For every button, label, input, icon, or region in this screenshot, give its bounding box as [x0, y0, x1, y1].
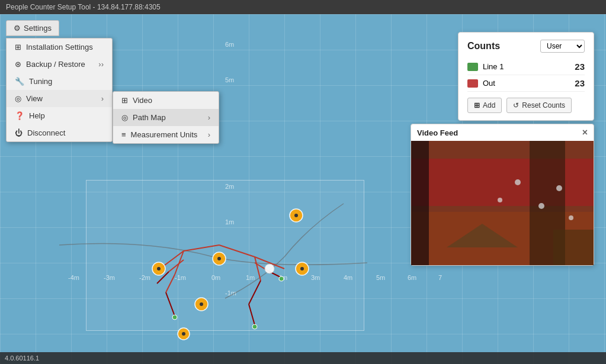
menu-item-disconnect[interactable]: ⏻ Disconnect: [7, 124, 112, 141]
line1-indicator: [467, 63, 478, 71]
gear-icon: [14, 24, 21, 33]
disconnect-icon: ⏻: [15, 128, 23, 137]
svg-rect-35: [411, 141, 429, 265]
menu-item-view[interactable]: ◎ View ›: [7, 90, 112, 107]
measure-icon: ≡: [121, 130, 126, 139]
video-feed-title: Video Feed: [417, 128, 458, 137]
install-icon: ⊞: [15, 43, 21, 51]
add-label: Add: [483, 101, 495, 109]
video-icon: ⊞: [121, 96, 128, 105]
backup-arrow: ›: [98, 60, 104, 69]
view-arrow: ›: [101, 94, 104, 103]
title-bar: People Counter Setup Tool - 134.84.177.8…: [0, 0, 606, 14]
svg-point-38: [569, 215, 573, 220]
view-submenu: ⊞ Video ◎ Path Map › ≡ Measurement Units…: [113, 91, 219, 144]
version-label: 4.0.60116.1: [5, 355, 39, 362]
main-area: 6m 5m 2m 1m -1m -4m -3m -2m -1m 0m 1m 2m…: [0, 14, 606, 364]
pathmap-label: Path Map: [133, 113, 166, 122]
video-header: Video Feed ×: [411, 124, 594, 141]
count-label-wrap-line1: Line 1: [467, 62, 575, 71]
aerial-svg: [411, 141, 594, 265]
disconnect-label: Disconnect: [27, 128, 65, 137]
measurement-label: Measurement Units: [131, 130, 198, 139]
grid-label-6m-x: 6m: [408, 274, 416, 281]
menu-item-tuning[interactable]: 🔧 Tuning: [7, 73, 112, 90]
out-indicator: [467, 79, 478, 88]
line1-value: 23: [575, 62, 585, 72]
view-label: View: [26, 94, 43, 103]
svg-point-37: [538, 203, 544, 209]
counts-panel: Counts User System Line 1 23 Out 23 ⊞ Ad: [458, 32, 594, 121]
measurement-arrow: ›: [208, 130, 210, 139]
video-label: Video: [133, 96, 152, 105]
count-label-wrap-out: Out: [467, 79, 575, 88]
submenu-item-pathmap[interactable]: ◎ Path Map ›: [113, 109, 219, 126]
menu-item-backup[interactable]: ⊛ Backup / Restore ›: [7, 56, 112, 73]
grid-label-5m-x: 5m: [376, 274, 385, 281]
out-value: 23: [575, 78, 585, 88]
menu-item-installation[interactable]: ⊞ Installation Settings: [7, 38, 112, 56]
settings-dropdown: ⊞ Installation Settings ⊛ Backup / Resto…: [6, 38, 113, 142]
reset-icon: ↺: [513, 101, 519, 109]
submenu-item-video[interactable]: ⊞ Video: [113, 92, 219, 109]
aerial-view: [411, 141, 594, 265]
settings-button[interactable]: Settings: [6, 20, 59, 36]
backup-icon: ⊛: [15, 60, 21, 69]
svg-rect-42: [553, 230, 594, 265]
grid-label-5m: 5m: [225, 76, 234, 83]
count-row-line1: Line 1 23: [467, 59, 585, 75]
line1-label: Line 1: [483, 62, 504, 71]
svg-point-36: [556, 185, 562, 191]
count-row-out: Out 23: [467, 75, 585, 92]
add-icon: ⊞: [474, 101, 480, 109]
grid-label-6m: 6m: [225, 41, 234, 48]
status-bar: 4.0.60116.1: [0, 352, 606, 364]
view-icon: ◎: [15, 94, 21, 103]
backup-label: Backup / Restore: [26, 60, 85, 69]
pathmap-arrow: ›: [208, 113, 210, 122]
svg-point-40: [498, 198, 502, 202]
counts-dropdown[interactable]: User System: [540, 40, 585, 53]
svg-point-39: [515, 179, 521, 185]
video-feed-image: [411, 141, 594, 265]
video-panel: Video Feed ×: [411, 124, 594, 266]
out-label: Out: [483, 79, 495, 88]
app-title: People Counter Setup Tool - 134.84.177.8…: [6, 3, 161, 11]
reset-label: Reset Counts: [522, 101, 565, 109]
menu-bar: Settings ⊞ Installation Settings ⊛ Backu…: [6, 20, 59, 36]
grid-label-neg4m: -4m: [68, 274, 79, 281]
tuning-icon: 🔧: [15, 77, 24, 86]
add-button[interactable]: ⊞ Add: [467, 98, 502, 113]
help-icon: ❓: [15, 111, 24, 120]
svg-rect-32: [411, 159, 594, 206]
installation-label: Installation Settings: [26, 43, 93, 51]
tuning-label: Tuning: [29, 77, 52, 86]
video-close-button[interactable]: ×: [582, 128, 588, 137]
counts-title: Counts: [467, 41, 500, 51]
counts-actions: ⊞ Add ↺ Reset Counts: [467, 98, 585, 113]
menu-item-help[interactable]: ❓ Help: [7, 107, 112, 124]
help-label: Help: [29, 111, 45, 120]
submenu-item-measurement[interactable]: ≡ Measurement Units ›: [113, 126, 219, 143]
pathmap-icon: ◎: [121, 113, 128, 122]
reset-counts-button[interactable]: ↺ Reset Counts: [506, 98, 572, 113]
settings-label: Settings: [24, 24, 52, 33]
highlight-rect: [86, 180, 364, 331]
grid-label-7: 7: [438, 274, 442, 281]
counts-header: Counts User System: [467, 40, 585, 53]
